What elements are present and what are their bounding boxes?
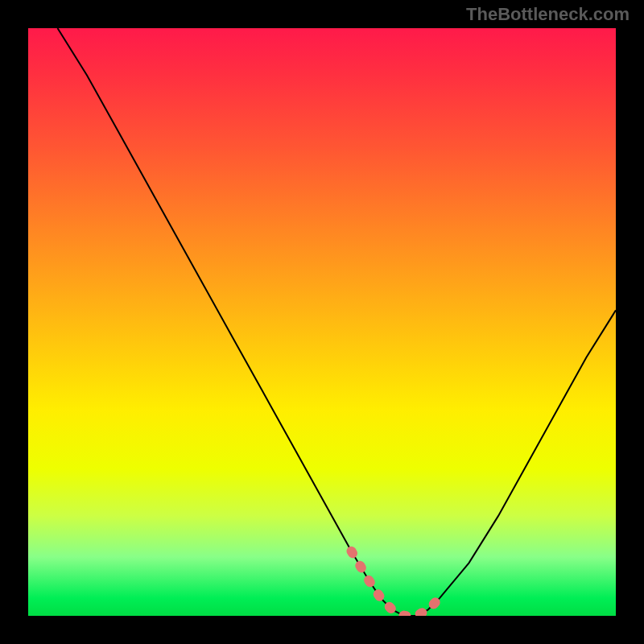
chart-gradient-background [28, 28, 616, 616]
bottleneck-curve [58, 28, 617, 616]
optimal-range-marker [352, 551, 440, 616]
chart-svg [28, 28, 616, 616]
watermark-text: TheBottleneck.com [466, 4, 630, 25]
